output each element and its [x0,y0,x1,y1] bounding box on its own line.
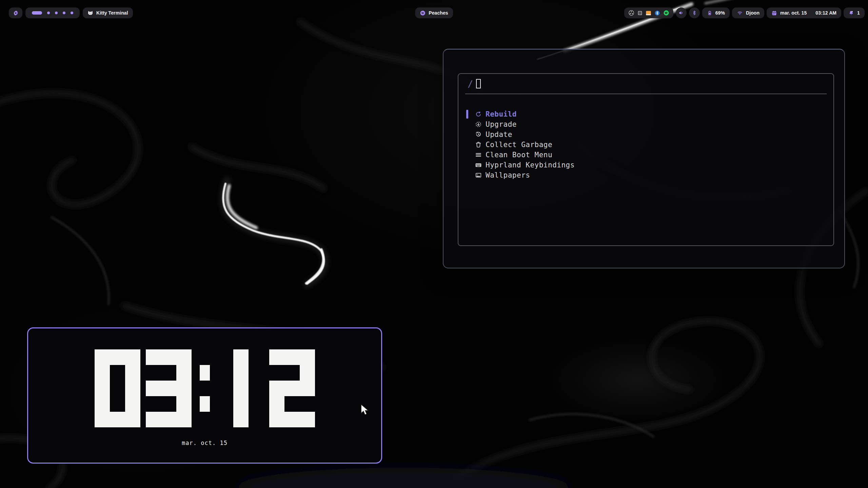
volume-button[interactable] [676,7,687,18]
clock-digit-2 [269,349,316,427]
rebuild-icon [475,110,482,118]
launcher-item-label: Hyprland Keybindings [486,161,575,169]
launcher-window: / RebuildUpgradeUpdateCollect GarbageCle… [443,49,845,268]
bluetooth-icon [692,10,697,16]
trash-icon [475,141,482,148]
bluetooth-button[interactable] [689,7,700,18]
battery-percent: 69% [715,10,725,16]
battery-icon [707,10,712,16]
workspace-dot-2[interactable] [47,12,50,14]
search-input[interactable]: / [458,74,833,94]
launcher-item-hyprland-keybindings[interactable]: Hyprland Keybindings [458,160,833,170]
package-icon[interactable] [637,11,643,16]
launcher-item-label: Rebuild [486,110,517,118]
clock-widget: mar. oct. 15 [27,327,382,464]
launcher-item-upgrade[interactable]: Upgrade [458,119,833,129]
clock-digit-3 [145,349,192,427]
launcher-item-label: Wallpapers [486,171,530,179]
launcher-button[interactable] [9,7,22,18]
launcher-item-label: Update [486,130,512,139]
time-text: 03:12 AM [815,10,836,16]
network-ssid: Djoon [746,10,760,16]
wallpaper-icon [475,171,482,179]
topbar-left: Kitty Terminal [9,7,133,18]
workspace-dot-3[interactable] [55,12,58,14]
upgrade-icon [475,121,482,128]
prompt-symbol: / [468,79,473,89]
clock-colon [196,349,213,427]
clock-digit-1 [217,349,264,427]
workspace-dot-4[interactable] [63,12,65,14]
system-tray[interactable] [624,7,673,18]
clock-date: mar. oct. 15 [182,440,228,446]
launcher-item-label: Upgrade [486,120,517,128]
launcher-item-rebuild[interactable]: Rebuild [458,109,833,119]
launcher-box: / RebuildUpgradeUpdateCollect GarbageCle… [458,73,834,246]
keyboard-icon [475,161,482,169]
topbar-right: 69% Djoon mar. oct. 15 03:12 AM 1 [624,7,865,18]
topbar-center: Peaches [415,7,453,18]
list-icon [475,151,482,159]
workspaces[interactable] [25,7,80,18]
bluetooth-blue-icon[interactable] [654,10,660,16]
notification-count: 1 [857,10,860,16]
workspace-dot-5[interactable] [71,12,73,14]
cat-icon [87,10,93,16]
launcher-results: RebuildUpgradeUpdateCollect GarbageClean… [458,109,833,180]
spotify-green-icon[interactable] [663,10,669,16]
update-icon [475,131,482,138]
text-cursor [476,79,481,88]
desktop: { "colors": { "accent": "#a78bfa", "sele… [0,0,868,488]
media-title: Peaches [429,10,448,16]
selection-indicator [466,110,468,119]
notifications-pill[interactable]: 1 [844,7,865,18]
launcher-item-update[interactable]: Update [458,129,833,140]
launcher-item-wallpapers[interactable]: Wallpapers [458,170,833,180]
obs-icon[interactable] [628,10,634,16]
launcher-item-label: Clean Boot Menu [486,151,552,159]
network-pill[interactable]: Djoon [732,7,764,18]
date-text: mar. oct. 15 [780,10,807,16]
battery-pill[interactable]: 69% [702,7,730,18]
clock-digit-0 [94,349,141,427]
media-pill[interactable]: Peaches [415,7,453,18]
active-window-title: Kitty Terminal [96,10,128,16]
gear-icon [13,10,19,16]
launcher-item-clean-boot-menu[interactable]: Clean Boot Menu [458,150,833,160]
active-window-pill[interactable]: Kitty Terminal [83,7,133,18]
speaker-icon [678,10,684,16]
datetime-pill[interactable]: mar. oct. 15 03:12 AM [767,7,841,18]
wifi-icon [737,10,743,16]
mouse-cursor [360,404,370,415]
clock-digits [94,349,316,427]
calendar-icon [771,10,777,16]
launcher-item-collect-garbage[interactable]: Collect Garbage [458,140,833,150]
separator [465,94,827,94]
spotify-icon [420,10,426,16]
bell-icon [848,10,854,16]
workspace-active[interactable] [32,11,42,15]
launcher-item-label: Collect Garbage [486,141,552,149]
files-icon[interactable] [646,10,651,16]
